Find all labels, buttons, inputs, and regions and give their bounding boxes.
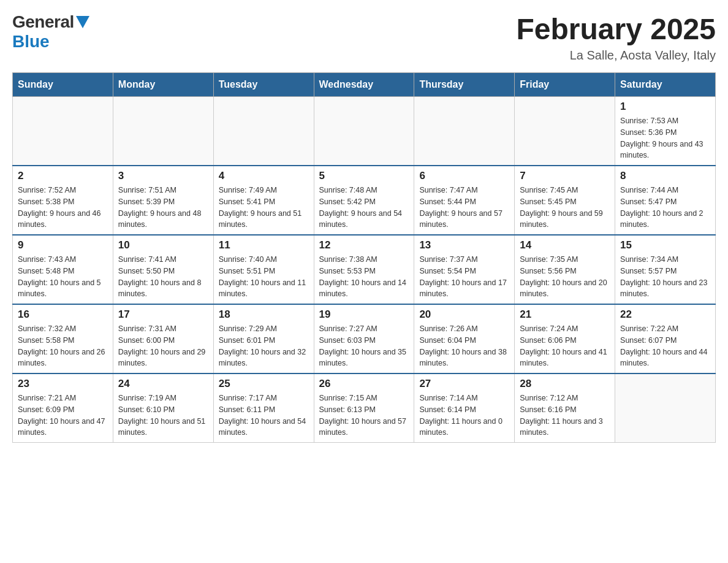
calendar-cell: 6Sunrise: 7:47 AMSunset: 5:44 PMDaylight… <box>414 166 515 235</box>
day-info: Sunrise: 7:22 AMSunset: 6:07 PMDaylight:… <box>620 323 710 369</box>
header-tuesday: Tuesday <box>213 73 314 97</box>
day-info: Sunrise: 7:51 AMSunset: 5:39 PMDaylight:… <box>118 185 208 231</box>
calendar-cell <box>13 97 113 166</box>
header-saturday: Saturday <box>615 73 716 97</box>
logo: General Blue <box>12 12 89 52</box>
day-number: 27 <box>419 378 509 390</box>
day-info: Sunrise: 7:53 AMSunset: 5:36 PMDaylight:… <box>620 115 710 161</box>
day-number: 17 <box>118 308 208 321</box>
logo-blue-text: Blue <box>12 32 50 52</box>
day-info: Sunrise: 7:49 AMSunset: 5:41 PMDaylight:… <box>219 185 309 231</box>
day-number: 10 <box>118 239 208 251</box>
day-number: 6 <box>419 170 509 182</box>
day-info: Sunrise: 7:15 AMSunset: 6:13 PMDaylight:… <box>319 393 409 439</box>
calendar-cell <box>213 97 314 166</box>
day-number: 23 <box>18 378 108 390</box>
day-info: Sunrise: 7:29 AMSunset: 6:01 PMDaylight:… <box>219 323 309 369</box>
calendar-cell: 20Sunrise: 7:26 AMSunset: 6:04 PMDayligh… <box>414 304 515 373</box>
day-info: Sunrise: 7:52 AMSunset: 5:38 PMDaylight:… <box>18 185 108 231</box>
calendar-table: Sunday Monday Tuesday Wednesday Thursday… <box>12 72 716 443</box>
day-number: 8 <box>620 170 710 182</box>
header-monday: Monday <box>113 73 213 97</box>
calendar-cell: 27Sunrise: 7:14 AMSunset: 6:14 PMDayligh… <box>414 373 515 443</box>
calendar-cell <box>615 373 716 443</box>
calendar-cell: 5Sunrise: 7:48 AMSunset: 5:42 PMDaylight… <box>314 166 414 235</box>
page-header: General Blue February 2025 La Salle, Aos… <box>12 12 716 63</box>
calendar-cell: 18Sunrise: 7:29 AMSunset: 6:01 PMDayligh… <box>213 304 314 373</box>
calendar-cell: 24Sunrise: 7:19 AMSunset: 6:10 PMDayligh… <box>113 373 213 443</box>
day-info: Sunrise: 7:40 AMSunset: 5:51 PMDaylight:… <box>219 254 309 300</box>
day-number: 25 <box>219 378 309 390</box>
calendar-cell: 8Sunrise: 7:44 AMSunset: 5:47 PMDaylight… <box>615 166 716 235</box>
day-number: 5 <box>319 170 409 182</box>
day-number: 7 <box>520 170 610 182</box>
day-info: Sunrise: 7:24 AMSunset: 6:06 PMDaylight:… <box>520 323 610 369</box>
calendar-cell: 25Sunrise: 7:17 AMSunset: 6:11 PMDayligh… <box>213 373 314 443</box>
day-number: 9 <box>18 239 108 251</box>
calendar-cell: 23Sunrise: 7:21 AMSunset: 6:09 PMDayligh… <box>13 373 113 443</box>
calendar-cell <box>113 97 213 166</box>
day-info: Sunrise: 7:38 AMSunset: 5:53 PMDaylight:… <box>319 254 409 300</box>
day-number: 21 <box>520 308 610 321</box>
day-info: Sunrise: 7:43 AMSunset: 5:48 PMDaylight:… <box>18 254 108 300</box>
day-number: 24 <box>118 378 208 390</box>
day-number: 28 <box>520 378 610 390</box>
day-number: 14 <box>520 239 610 251</box>
day-info: Sunrise: 7:27 AMSunset: 6:03 PMDaylight:… <box>319 323 409 369</box>
day-info: Sunrise: 7:44 AMSunset: 5:47 PMDaylight:… <box>620 185 710 231</box>
calendar-week-row: 16Sunrise: 7:32 AMSunset: 5:58 PMDayligh… <box>13 304 716 373</box>
day-number: 22 <box>620 308 710 321</box>
calendar-cell: 1Sunrise: 7:53 AMSunset: 5:36 PMDaylight… <box>615 97 716 166</box>
page-title: February 2025 <box>516 12 716 46</box>
day-number: 1 <box>620 101 710 113</box>
day-number: 4 <box>219 170 309 182</box>
calendar-cell <box>414 97 515 166</box>
day-info: Sunrise: 7:37 AMSunset: 5:54 PMDaylight:… <box>419 254 509 300</box>
calendar-cell: 2Sunrise: 7:52 AMSunset: 5:38 PMDaylight… <box>13 166 113 235</box>
calendar-week-row: 1Sunrise: 7:53 AMSunset: 5:36 PMDaylight… <box>13 97 716 166</box>
title-block: February 2025 La Salle, Aosta Valley, It… <box>516 12 716 63</box>
calendar-cell: 14Sunrise: 7:35 AMSunset: 5:56 PMDayligh… <box>515 235 615 304</box>
calendar-cell: 19Sunrise: 7:27 AMSunset: 6:03 PMDayligh… <box>314 304 414 373</box>
calendar-header-row: Sunday Monday Tuesday Wednesday Thursday… <box>13 73 716 97</box>
day-info: Sunrise: 7:32 AMSunset: 5:58 PMDaylight:… <box>18 323 108 369</box>
day-number: 19 <box>319 308 409 321</box>
calendar-cell: 21Sunrise: 7:24 AMSunset: 6:06 PMDayligh… <box>515 304 615 373</box>
day-info: Sunrise: 7:26 AMSunset: 6:04 PMDaylight:… <box>419 323 509 369</box>
day-info: Sunrise: 7:19 AMSunset: 6:10 PMDaylight:… <box>118 393 208 439</box>
day-info: Sunrise: 7:48 AMSunset: 5:42 PMDaylight:… <box>319 185 409 231</box>
day-number: 16 <box>18 308 108 321</box>
calendar-cell: 16Sunrise: 7:32 AMSunset: 5:58 PMDayligh… <box>13 304 113 373</box>
calendar-cell: 22Sunrise: 7:22 AMSunset: 6:07 PMDayligh… <box>615 304 716 373</box>
header-friday: Friday <box>515 73 615 97</box>
calendar-cell: 28Sunrise: 7:12 AMSunset: 6:16 PMDayligh… <box>515 373 615 443</box>
day-info: Sunrise: 7:12 AMSunset: 6:16 PMDaylight:… <box>520 393 610 439</box>
day-number: 11 <box>219 239 309 251</box>
day-info: Sunrise: 7:17 AMSunset: 6:11 PMDaylight:… <box>219 393 309 439</box>
day-number: 13 <box>419 239 509 251</box>
calendar-cell: 11Sunrise: 7:40 AMSunset: 5:51 PMDayligh… <box>213 235 314 304</box>
svg-marker-0 <box>76 16 89 28</box>
calendar-cell: 17Sunrise: 7:31 AMSunset: 6:00 PMDayligh… <box>113 304 213 373</box>
day-info: Sunrise: 7:21 AMSunset: 6:09 PMDaylight:… <box>18 393 108 439</box>
logo-general-text: General <box>12 12 74 32</box>
calendar-cell: 7Sunrise: 7:45 AMSunset: 5:45 PMDaylight… <box>515 166 615 235</box>
calendar-cell: 3Sunrise: 7:51 AMSunset: 5:39 PMDaylight… <box>113 166 213 235</box>
calendar-cell: 9Sunrise: 7:43 AMSunset: 5:48 PMDaylight… <box>13 235 113 304</box>
calendar-cell: 10Sunrise: 7:41 AMSunset: 5:50 PMDayligh… <box>113 235 213 304</box>
day-info: Sunrise: 7:45 AMSunset: 5:45 PMDaylight:… <box>520 185 610 231</box>
logo-triangle-icon <box>76 16 89 29</box>
day-number: 3 <box>118 170 208 182</box>
calendar-week-row: 23Sunrise: 7:21 AMSunset: 6:09 PMDayligh… <box>13 373 716 443</box>
calendar-cell: 26Sunrise: 7:15 AMSunset: 6:13 PMDayligh… <box>314 373 414 443</box>
calendar-week-row: 9Sunrise: 7:43 AMSunset: 5:48 PMDaylight… <box>13 235 716 304</box>
calendar-week-row: 2Sunrise: 7:52 AMSunset: 5:38 PMDaylight… <box>13 166 716 235</box>
day-info: Sunrise: 7:41 AMSunset: 5:50 PMDaylight:… <box>118 254 208 300</box>
day-number: 2 <box>18 170 108 182</box>
calendar-cell: 4Sunrise: 7:49 AMSunset: 5:41 PMDaylight… <box>213 166 314 235</box>
day-info: Sunrise: 7:47 AMSunset: 5:44 PMDaylight:… <box>419 185 509 231</box>
day-info: Sunrise: 7:34 AMSunset: 5:57 PMDaylight:… <box>620 254 710 300</box>
page-subtitle: La Salle, Aosta Valley, Italy <box>516 48 716 63</box>
calendar-cell <box>515 97 615 166</box>
header-wednesday: Wednesday <box>314 73 414 97</box>
